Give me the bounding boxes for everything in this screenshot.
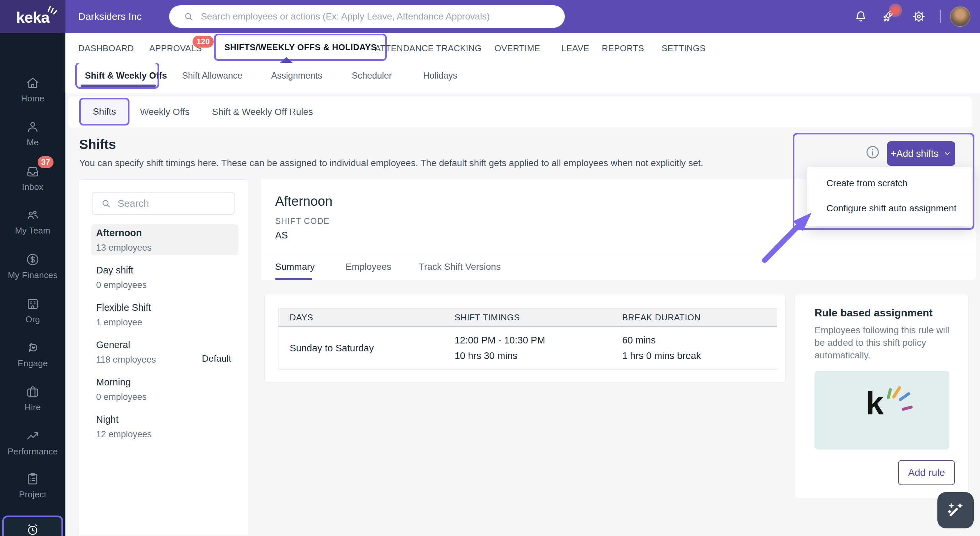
detail-tab-track-shift-versions[interactable]: Track Shift Versions bbox=[419, 254, 501, 280]
sidebar-item-hire[interactable]: Hire bbox=[0, 385, 65, 412]
topbar-divider bbox=[940, 10, 941, 23]
sidebar-item-project[interactable]: Project bbox=[0, 472, 65, 500]
shift-list-item-general[interactable]: General 118 employees Default bbox=[91, 336, 239, 367]
nav-tab-settings[interactable]: SETTINGS bbox=[662, 33, 706, 64]
shifts-subnav: Shift & Weekly Offs Shift Allowance Assi… bbox=[65, 64, 980, 93]
team-icon bbox=[25, 208, 40, 222]
briefcase-icon bbox=[25, 385, 40, 399]
approvals-count-badge: 120 bbox=[192, 36, 214, 48]
chevron-down-icon bbox=[943, 149, 951, 158]
sidebar-item-engage[interactable]: Engage bbox=[0, 340, 65, 369]
detail-tab-summary[interactable]: Summary bbox=[275, 254, 315, 280]
subnav-holidays[interactable]: Holidays bbox=[423, 64, 457, 88]
col-header-days: DAYS bbox=[278, 309, 443, 326]
cell-break-minutes: 60 mins bbox=[622, 335, 777, 346]
home-icon bbox=[25, 76, 40, 90]
shifts-tabstrip: Shifts Weekly Offs Shift & Weekly Off Ru… bbox=[68, 96, 972, 127]
shift-code-value: AS bbox=[275, 230, 288, 241]
keka-spark-orange bbox=[892, 386, 902, 399]
trend-up-icon bbox=[25, 429, 40, 443]
sidebar-item-time-attend[interactable]: Time Attend bbox=[2, 515, 63, 536]
table-header-row: DAYS SHIFT TIMINGS BREAK DURATION bbox=[278, 309, 777, 327]
keka-k-mark: k bbox=[866, 387, 884, 419]
detail-tab-employees[interactable]: Employees bbox=[345, 254, 391, 280]
whats-new-rocket-icon[interactable] bbox=[881, 9, 896, 24]
nav-tab-attendance-tracking[interactable]: ATTENDANCE TRACKING bbox=[375, 33, 482, 64]
alarm-clock-icon bbox=[25, 522, 40, 536]
topbar: keka Darksiders Inc bbox=[0, 0, 980, 33]
magic-wand-icon bbox=[945, 500, 966, 520]
shift-list-panel: Afternoon 13 employees Day shift 0 emplo… bbox=[78, 179, 248, 536]
subnav-shift-allowance[interactable]: Shift Allowance bbox=[182, 64, 242, 88]
cell-break-detail: 1 hrs 0 mins break bbox=[622, 350, 777, 361]
company-name: Darksiders Inc bbox=[78, 0, 142, 33]
sidebar: Home Me 37 Inbox My Team My Finances Org bbox=[0, 33, 65, 536]
settings-gear-icon[interactable] bbox=[912, 9, 926, 24]
shift-summary-card: DAYS SHIFT TIMINGS BREAK DURATION Sunday… bbox=[264, 294, 786, 382]
keka-spark-magenta bbox=[901, 405, 913, 411]
cell-days: Sunday to Saturday bbox=[290, 343, 443, 354]
shift-search[interactable] bbox=[92, 192, 234, 215]
search-icon bbox=[100, 198, 111, 209]
sidebar-item-me[interactable]: Me bbox=[0, 119, 65, 148]
global-search-input[interactable] bbox=[201, 11, 548, 22]
rule-panel-title: Rule based assignment bbox=[815, 307, 932, 319]
app-window: keka Darksiders Inc bbox=[0, 0, 980, 536]
subnav-shift-weekly-offs[interactable]: Shift & Weekly Offs bbox=[85, 64, 167, 88]
detail-tab-active-underline bbox=[275, 278, 312, 280]
shift-list-item-morning[interactable]: Morning 0 employees bbox=[91, 374, 239, 404]
sidebar-item-inbox[interactable]: 37 Inbox bbox=[0, 164, 65, 192]
table-row: Sunday to Saturday 12:00 PM - 10:30 PM 1… bbox=[278, 327, 777, 369]
tab-weekly-offs[interactable]: Weekly Offs bbox=[140, 96, 189, 127]
default-tag: Default bbox=[202, 353, 231, 364]
nav-tab-shifts-weekly-offs-holidays[interactable]: SHIFTS/WEEKLY OFFS & HOLIDAYS bbox=[214, 34, 387, 61]
assistant-fab[interactable] bbox=[937, 492, 974, 528]
col-header-shift-timings: SHIFT TIMINGS bbox=[443, 309, 611, 326]
nav-tab-dashboard[interactable]: DASHBOARD bbox=[78, 33, 134, 64]
notifications-bell-icon[interactable] bbox=[853, 9, 868, 24]
keka-logo-text: keka bbox=[16, 8, 49, 26]
page-title: Shifts bbox=[79, 137, 116, 152]
subnav-assignments[interactable]: Assignments bbox=[271, 64, 322, 88]
shift-search-input[interactable] bbox=[118, 198, 223, 209]
nav-tab-approvals[interactable]: APPROVALS 120 bbox=[149, 33, 202, 64]
nav-tab-leave[interactable]: LEAVE bbox=[562, 33, 589, 64]
sidebar-item-org[interactable]: Org bbox=[0, 297, 65, 324]
tab-shifts[interactable]: Shifts bbox=[79, 98, 129, 126]
sidebar-item-home[interactable]: Home bbox=[0, 76, 65, 104]
module-nav: DASHBOARD APPROVALS 120 SHIFTS/WEEKLY OF… bbox=[65, 33, 980, 64]
tab-shift-weekly-off-rules[interactable]: Shift & Weekly Off Rules bbox=[212, 96, 313, 127]
user-avatar[interactable] bbox=[950, 6, 970, 27]
keka-spark-green bbox=[886, 388, 892, 399]
nav-tab-reports[interactable]: REPORTS bbox=[602, 33, 644, 64]
sidebar-item-performance[interactable]: Performance bbox=[0, 429, 65, 457]
rocket-notification-dot bbox=[891, 6, 900, 14]
active-tab-triangle-indicator bbox=[280, 57, 293, 63]
clipboard-icon bbox=[25, 472, 40, 486]
shift-code-label: SHIFT CODE bbox=[275, 216, 329, 226]
menu-item-create-from-scratch[interactable]: Create from scratch bbox=[807, 171, 972, 196]
sidebar-item-my-team[interactable]: My Team bbox=[0, 208, 65, 236]
subnav-scheduler[interactable]: Scheduler bbox=[352, 64, 392, 88]
shift-list-item-afternoon[interactable]: Afternoon 13 employees bbox=[91, 224, 239, 255]
cell-timing-duration: 10 hrs 30 mins bbox=[455, 350, 611, 361]
menu-item-configure-shift-auto-assignment[interactable]: Configure shift auto assignment bbox=[807, 196, 972, 221]
col-header-break-duration: BREAK DURATION bbox=[611, 309, 777, 326]
keka-logo-sparks-icon bbox=[47, 4, 58, 15]
global-search[interactable] bbox=[169, 5, 565, 28]
keka-logo[interactable]: keka bbox=[0, 0, 65, 33]
person-icon bbox=[25, 119, 40, 134]
inbox-badge: 37 bbox=[38, 156, 54, 168]
shift-list-item-night[interactable]: Night 12 employees bbox=[91, 411, 239, 442]
sidebar-item-my-finances[interactable]: My Finances bbox=[0, 252, 65, 280]
page-description: You can specify shift timings here. Thes… bbox=[79, 158, 703, 169]
shift-list-item-flexible-shift[interactable]: Flexible Shift 1 employee bbox=[91, 299, 239, 330]
shift-list-item-day-shift[interactable]: Day shift 0 employees bbox=[91, 262, 239, 293]
nav-tab-overtime[interactable]: OVERTIME bbox=[495, 33, 540, 64]
dollar-coin-icon bbox=[25, 252, 40, 267]
add-shifts-button[interactable]: +Add shifts bbox=[887, 142, 955, 166]
info-icon[interactable] bbox=[865, 144, 881, 160]
rule-panel-description: Employees following this rule will be ad… bbox=[815, 324, 953, 362]
add-rule-button[interactable]: Add rule bbox=[898, 460, 955, 485]
rule-based-assignment-panel: Rule based assignment Employees followin… bbox=[795, 294, 969, 498]
